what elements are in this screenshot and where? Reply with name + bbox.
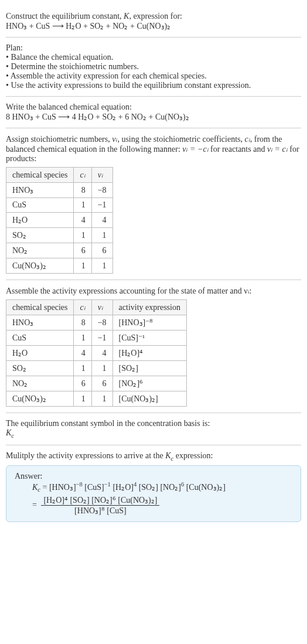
stoich-table: chemical species cᵢ νᵢ HNO₃8−8 CuS1−1 H₂… — [6, 167, 113, 274]
kc-symbol-text: The equilibrium constant symbol in the c… — [6, 419, 301, 428]
table-row: CuS1−1 — [6, 198, 113, 213]
table-row: Cu(NO₃)₂11[Cu(NO₃)₂] — [6, 391, 187, 407]
kc-symbol: Kc — [6, 428, 301, 439]
table-row: SO₂11 — [6, 228, 113, 243]
fraction: [H₂O]⁴ [SO₂] [NO₂]⁶ [Cu(NO₃)₂] [HNO₃]⁸ [… — [41, 495, 159, 516]
answer-box: Answer: Kc = [HNO₃]−8 [CuS]−1 [H₂O]4 [SO… — [6, 465, 301, 522]
col-species: chemical species — [6, 300, 74, 315]
final-section: Mulitply the activity expressions to arr… — [6, 445, 301, 528]
answer-label: Answer: — [15, 472, 292, 481]
activity-section: Assemble the activity expressions accoun… — [6, 280, 301, 413]
col-nu: νᵢ — [91, 300, 112, 315]
stoich-text: Assign stoichiometric numbers, νᵢ, using… — [6, 134, 301, 163]
intro-line: Construct the equilibrium constant, K, e… — [6, 12, 301, 21]
intro-equation: HNO₃ + CuS ⟶ H₂O + SO₂ + NO₂ + Cu(NO₃)₂ — [6, 21, 301, 31]
table-row: CuS1−1[CuS]⁻¹ — [6, 330, 187, 346]
col-ci: cᵢ — [74, 168, 91, 183]
col-nu: νᵢ — [91, 168, 112, 183]
col-activity: activity expression — [112, 300, 186, 315]
col-species: chemical species — [6, 168, 74, 183]
table-header-row: chemical species cᵢ νᵢ activity expressi… — [6, 300, 187, 315]
fraction-numerator: [H₂O]⁴ [SO₂] [NO₂]⁶ [Cu(NO₃)₂] — [41, 495, 159, 506]
intro-text-b: , expression for: — [129, 12, 182, 21]
table-row: H₂O44 — [6, 213, 113, 228]
table-row: H₂O44[H₂O]⁴ — [6, 346, 187, 361]
table-row: NO₂66[NO₂]⁶ — [6, 376, 187, 391]
balanced-equation: 8 HNO₃ + CuS ⟶ 4 H₂O + SO₂ + 6 NO₂ + Cu(… — [6, 112, 301, 122]
intro-text: Construct the equilibrium constant, — [6, 12, 124, 21]
table-row: HNO₃8−8[HNO₃]⁻⁸ — [6, 315, 187, 330]
plan-bullet: • Use the activity expressions to build … — [6, 81, 301, 90]
kc-symbol-section: The equilibrium constant symbol in the c… — [6, 413, 301, 445]
activity-table: chemical species cᵢ νᵢ activity expressi… — [6, 299, 187, 407]
plan-bullet: • Determine the stoichiometric numbers. — [6, 62, 301, 71]
plan-bullet: • Assemble the activity expression for e… — [6, 71, 301, 81]
col-ci: cᵢ — [74, 300, 91, 315]
table-row: SO₂11[SO₂] — [6, 361, 187, 376]
answer-line2: = [H₂O]⁴ [SO₂] [NO₂]⁶ [Cu(NO₃)₂] [HNO₃]⁸… — [32, 495, 292, 516]
table-row: Cu(NO₃)₂11 — [6, 258, 113, 274]
stoich-section: Assign stoichiometric numbers, νᵢ, using… — [6, 128, 301, 280]
table-row: NO₂66 — [6, 243, 113, 258]
fraction-denominator: [HNO₃]⁸ [CuS] — [41, 506, 159, 516]
activity-text: Assemble the activity expressions accoun… — [6, 286, 301, 296]
final-text: Mulitply the activity expressions to arr… — [6, 451, 301, 462]
answer-line1: Kc = [HNO₃]−8 [CuS]−1 [H₂O]4 [SO₂] [NO₂]… — [32, 481, 292, 493]
balanced-section: Write the balanced chemical equation: 8 … — [6, 97, 301, 128]
plan-bullet: • Balance the chemical equation. — [6, 53, 301, 62]
balanced-header: Write the balanced chemical equation: — [6, 103, 301, 112]
plan-header: Plan: — [6, 43, 301, 53]
k-symbol: K — [124, 12, 129, 21]
intro-section: Construct the equilibrium constant, K, e… — [6, 6, 301, 38]
table-row: HNO₃8−8 — [6, 183, 113, 198]
plan-section: Plan: • Balance the chemical equation. •… — [6, 38, 301, 97]
table-header-row: chemical species cᵢ νᵢ — [6, 168, 113, 183]
